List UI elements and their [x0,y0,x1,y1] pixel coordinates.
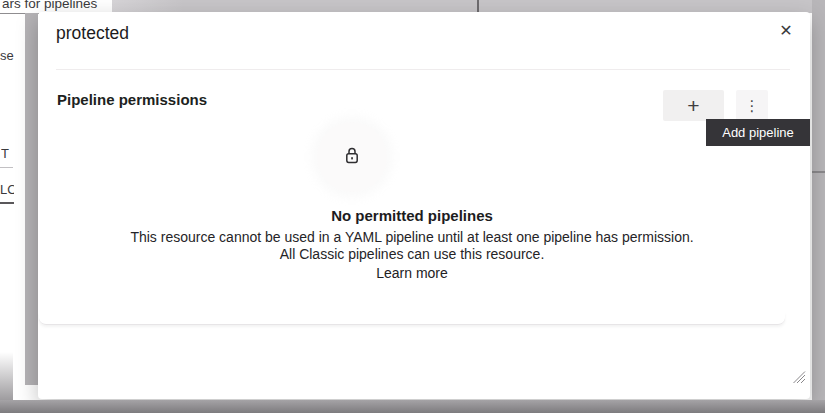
background-left-band [25,13,38,385]
empty-state: No permitted pipelines This resource can… [38,207,786,282]
screen: ars for pipelines se T LO protected ✕ Pi… [0,0,825,413]
background-right-divider [812,171,825,173]
lock-icon [342,145,362,170]
pipeline-permissions-dialog: protected ✕ Pipeline permissions + ⋮ Add… [38,12,810,399]
content-card-bottom-edge [39,312,785,325]
window-bottom-bar [0,400,825,413]
empty-state-icon-circle [317,122,387,192]
background-divider [0,167,13,168]
empty-state-description-line1: This resource cannot be used in a YAML p… [38,229,786,246]
header-divider [56,69,790,70]
background-text-fragment: se [0,48,14,63]
plus-icon: + [687,94,699,118]
more-options-button[interactable]: ⋮ [736,90,768,121]
empty-state-description-line2: All Classic pipelines can use this resou… [38,246,786,263]
kebab-menu-icon: ⋮ [745,97,760,115]
background-text-fragment: LO [0,182,14,197]
background-underline [0,202,14,204]
background-text-fragment: T [1,146,10,161]
dialog-title: protected [56,21,129,45]
add-pipeline-tooltip: Add pipeline [706,119,810,146]
section-heading: Pipeline permissions [57,91,207,108]
background-bottom-left-shade [0,352,13,402]
close-icon[interactable]: ✕ [774,18,798,42]
add-pipeline-button[interactable]: + [663,90,724,121]
learn-more-link[interactable]: Learn more [376,265,448,281]
resize-handle-icon[interactable] [792,370,806,384]
empty-state-title: No permitted pipelines [38,207,786,224]
background-right-strip [812,0,825,402]
background-partial-heading: ars for pipelines [2,0,97,11]
